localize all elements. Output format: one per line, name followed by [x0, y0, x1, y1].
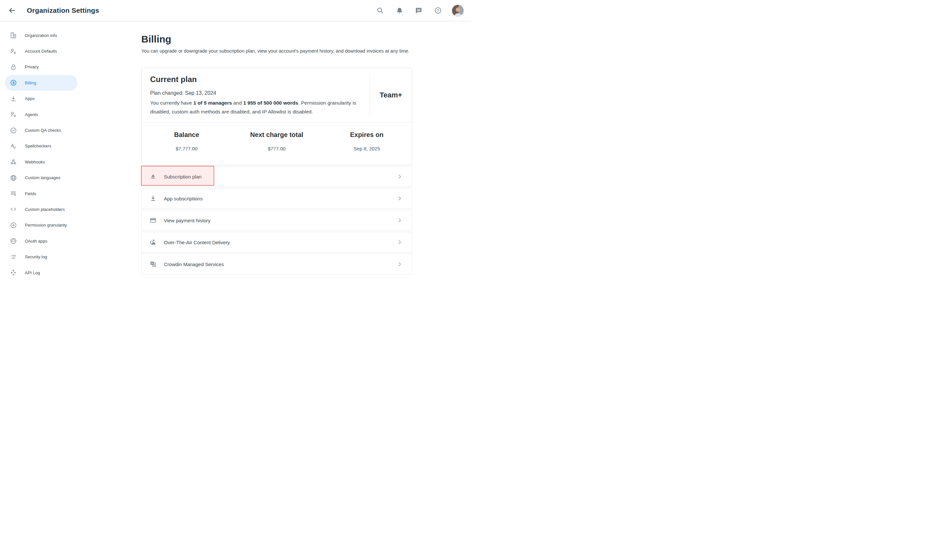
translate-icon: G: [150, 260, 157, 268]
app-header: Organization Settings ?: [0, 0, 471, 21]
next-charge-label: Next charge total: [231, 131, 322, 138]
expires-on-label: Expires on: [322, 131, 412, 138]
chevron-right-icon: [396, 239, 403, 246]
dollar-circle-icon: $: [10, 79, 17, 86]
search-button[interactable]: [375, 5, 385, 16]
user-avatar[interactable]: [452, 5, 464, 17]
code-brackets-icon: [10, 206, 17, 213]
globe-icon: [10, 174, 17, 182]
sidebar-item-label: Fields: [25, 191, 36, 196]
current-plan-section: Current plan Plan changed: Sep 13, 2024 …: [142, 68, 412, 122]
sidebar-item-label: Custom placeholders: [25, 207, 65, 212]
sidebar-item-custom-languages[interactable]: Custom languages: [5, 170, 77, 186]
current-plan-card: Current plan Plan changed: Sep 13, 2024 …: [141, 68, 412, 165]
row-crowdin-managed-services[interactable]: G Crowdin Managed Services: [141, 254, 412, 275]
sidebar-item-privacy[interactable]: Privacy: [5, 59, 77, 75]
svg-text:?: ?: [437, 9, 439, 12]
sidebar-item-api-log[interactable]: API Log: [5, 265, 77, 280]
main-panel: Billing You can upgrade or downgrade you…: [85, 21, 471, 280]
row-subscription-plan[interactable]: Subscription plan: [141, 166, 412, 187]
sidebar-item-webhooks[interactable]: Webhooks: [5, 154, 77, 170]
diamonds-icon: [10, 269, 17, 276]
sidebar-item-label: Custom languages: [25, 175, 60, 180]
check-circle-icon: [10, 127, 17, 134]
plan-usage-text: You currently have 1 of 5 managers and 1…: [150, 98, 363, 116]
sidebar-item-oauth-apps[interactable]: OAuth apps: [5, 233, 77, 249]
messages-button[interactable]: [413, 5, 424, 16]
chevron-right-icon: [396, 261, 403, 268]
download-tray-icon: [150, 195, 157, 202]
expires-on-value: Sep 8, 2025: [322, 146, 412, 151]
sidebar-item-organization-info[interactable]: Organization info: [5, 28, 77, 43]
billing-summary: Balance $7,777.00 Next charge total $777…: [142, 122, 412, 165]
list-add-icon: [10, 190, 17, 197]
sidebar-item-security-log[interactable]: Security log: [5, 249, 77, 265]
sidebar-item-label: API Log: [25, 270, 40, 275]
help-button[interactable]: ?: [432, 5, 444, 16]
expires-on-column: Expires on Sep 8, 2025: [322, 123, 412, 165]
row-app-subscriptions[interactable]: App subscriptions: [141, 188, 412, 209]
next-charge-column: Next charge total $777.00: [231, 123, 322, 165]
billing-title: Billing: [141, 33, 412, 45]
current-plan-heading: Current plan: [150, 75, 363, 84]
ota-cloud-sync-icon: [150, 238, 157, 246]
row-label: Over-The-Air Content Delivery: [164, 240, 230, 245]
sidebar-item-custom-qa-checks[interactable]: Custom QA checks: [5, 122, 77, 138]
person-cube-icon: [10, 111, 17, 118]
sidebar-item-spellcheckers[interactable]: Spellcheckers: [5, 138, 77, 154]
svg-text:G: G: [151, 262, 153, 265]
sidebar-item-label: Account Defaults: [25, 49, 57, 54]
building-icon: [10, 32, 17, 39]
chevron-right-icon: [396, 217, 403, 224]
row-view-payment-history[interactable]: View payment history: [141, 210, 412, 231]
sidebar-item-account-defaults[interactable]: Account Defaults: [5, 43, 77, 59]
notifications-button[interactable]: [394, 5, 405, 16]
svg-text:$: $: [12, 81, 14, 85]
help-icon: ?: [434, 6, 442, 14]
bulleted-list-icon: [10, 253, 17, 260]
messages-chat-icon: [415, 6, 422, 14]
billing-actions-list: Subscription plan App subscriptions: [141, 166, 412, 275]
download-icon: [10, 95, 17, 102]
sidebar-item-label: Security log: [25, 254, 47, 259]
avatar-photo-icon: [452, 5, 464, 17]
sidebar-item-custom-placeholders[interactable]: Custom placeholders: [5, 202, 77, 217]
sidebar-item-label: Billing: [25, 80, 36, 85]
credit-card-icon: [150, 217, 157, 224]
sidebar-item-apps[interactable]: Apps: [5, 91, 77, 106]
sidebar-item-label: Apps: [25, 96, 35, 101]
back-button[interactable]: [6, 5, 18, 16]
sidebar-item-label: OAuth apps: [25, 238, 48, 243]
next-charge-value: $777.00: [231, 146, 322, 151]
chevron-right-icon: [396, 173, 403, 180]
lock-icon: [10, 63, 17, 71]
sidebar-item-label: Custom QA checks: [25, 128, 61, 133]
sidebar-item-agents[interactable]: Agents: [5, 106, 77, 122]
row-label: Crowdin Managed Services: [164, 262, 224, 267]
settings-sidebar: Organization info Account Defaults: [0, 21, 85, 280]
sidebar-item-label: Organization info: [25, 33, 57, 38]
sidebar-item-fields[interactable]: Fields: [5, 186, 77, 202]
webhook-icon: [10, 158, 17, 165]
sidebar-item-label: Privacy: [25, 65, 39, 69]
search-icon: [376, 6, 384, 14]
sidebar-item-label: Permission granularity: [25, 223, 67, 228]
sidebar-item-permission-granularity[interactable]: Permission granularity: [5, 217, 77, 233]
sidebar-item-billing[interactable]: $ Billing: [5, 75, 77, 91]
sidebar-item-label: Webhooks: [25, 160, 45, 165]
back-arrow-icon: [8, 6, 16, 14]
row-label: Subscription plan: [164, 174, 202, 180]
notifications-bell-icon: [396, 7, 403, 14]
person-gear-icon: [10, 48, 17, 55]
spellcheck-icon: [10, 143, 17, 150]
page-title: Organization Settings: [27, 6, 99, 14]
plan-changed-text: Plan changed: Sep 13, 2024: [150, 90, 363, 96]
row-label: View payment history: [164, 218, 210, 223]
sidebar-item-label: Agents: [25, 112, 38, 117]
chevron-right-icon: [396, 195, 403, 202]
balance-label: Balance: [142, 131, 231, 138]
cloud-circle-icon: [10, 237, 17, 245]
row-over-the-air-content-delivery[interactable]: Over-The-Air Content Delivery: [141, 232, 412, 253]
balance-value: $7,777.00: [142, 146, 231, 151]
plus-circle-icon: [10, 222, 17, 229]
